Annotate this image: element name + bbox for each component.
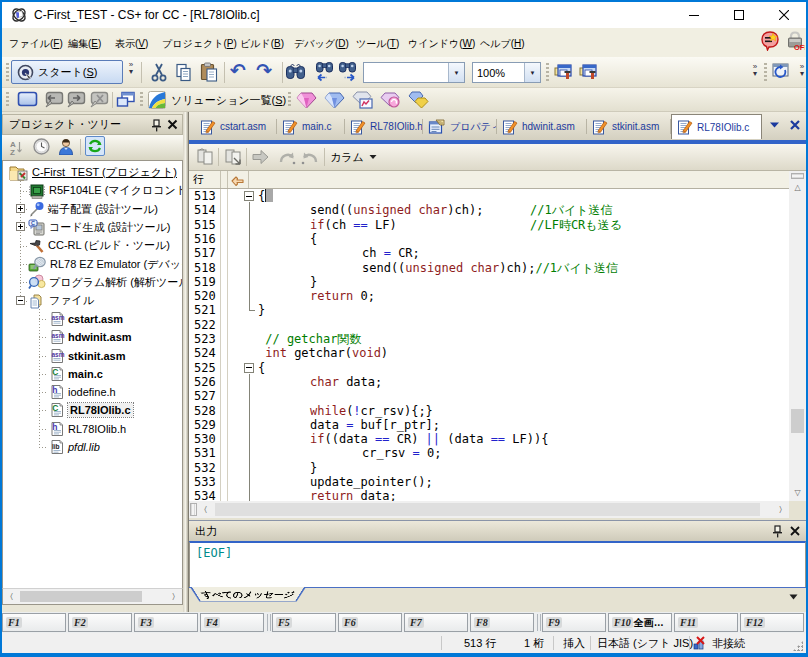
line-number[interactable]: 528	[194, 404, 216, 418]
panel-close-icon[interactable]	[790, 526, 800, 536]
forward-history-icon[interactable]	[278, 150, 298, 165]
fkey-f11[interactable]: F11	[674, 613, 738, 632]
scroll-right-icon[interactable]: 〉	[773, 502, 788, 517]
line-number[interactable]: 534	[194, 489, 216, 501]
balloon-back-icon[interactable]	[43, 91, 64, 108]
project-tree-header[interactable]: プロジェクト・ツリー	[2, 114, 183, 135]
zoom-combobox[interactable]: 100% ▼	[472, 62, 541, 83]
fkey-f7[interactable]: F7	[404, 613, 468, 632]
code-line-514[interactable]: send((unsigned char)ch);	[310, 203, 483, 217]
balloon-disable-icon[interactable]	[88, 91, 109, 108]
tree-item-iodefine.h[interactable]: hiodefine.h	[49, 383, 181, 401]
title-bar[interactable]: C-First_TEST - CS+ for CC - [RL78IOlib.c…	[2, 2, 806, 28]
doc-pair-icon[interactable]	[196, 148, 215, 166]
scroll-down-icon[interactable]: ▽	[789, 485, 806, 500]
security-off-icon[interactable]: OFF	[786, 31, 805, 51]
code-line-528[interactable]: while(!cr_rsv){;}	[310, 404, 433, 418]
line-number[interactable]: 518	[194, 261, 216, 275]
tree-item-[interactable]: ファイル	[28, 292, 181, 310]
tab-main.c[interactable]: main.c	[277, 114, 344, 139]
menu-item-8[interactable]: ウインドウ(W)	[408, 37, 475, 51]
toolbar-overflow-icon[interactable]: »▾	[796, 63, 808, 77]
output-content[interactable]: [EOF]	[189, 541, 806, 587]
fold-marker[interactable]	[244, 363, 254, 373]
resize-grip[interactable]	[793, 641, 803, 651]
toolbar-grip[interactable]	[288, 92, 291, 108]
find-icon[interactable]	[285, 63, 306, 80]
tree-item-stkinit.asm[interactable]: asmstkinit.asm	[49, 347, 181, 365]
line-number[interactable]: 521	[194, 303, 216, 317]
tree-item-cstart.asm[interactable]: asmcstart.asm	[49, 310, 181, 328]
menu-item-6[interactable]: デバッグ(D)	[294, 37, 349, 51]
copy-icon[interactable]	[174, 63, 194, 82]
plugin-gem-swirl-icon[interactable]	[380, 91, 401, 109]
tree-item-[interactable]: Cコード生成 (設計ツール)	[28, 218, 181, 236]
scrollbar-thumb[interactable]	[20, 591, 142, 602]
tab-stkinit.asm[interactable]: stkinit.asm	[587, 114, 670, 139]
tree-item-pfdl.lib[interactable]: libpfdl.lib	[49, 438, 181, 456]
tab--[interactable]: プロパティ	[423, 114, 496, 139]
tab-all-messages[interactable]: すべてのメッセージ	[190, 587, 306, 602]
pin-icon[interactable]	[151, 119, 162, 132]
line-number[interactable]: 532	[194, 461, 216, 475]
tree-item-hdwinit.asm[interactable]: asmhdwinit.asm	[49, 328, 181, 346]
scroll-up-icon[interactable]: △	[789, 180, 806, 195]
toolbar-grip[interactable]	[6, 92, 9, 108]
tree-expander-minus[interactable]	[16, 296, 25, 305]
line-number-header[interactable]: 行	[189, 171, 221, 188]
code-line-525[interactable]: {	[258, 361, 265, 375]
close-button[interactable]	[761, 2, 806, 28]
column-button[interactable]: カラム	[330, 147, 377, 167]
editor-hscrollbar[interactable]: 〈 〉	[189, 501, 789, 518]
refresh-button[interactable]	[85, 136, 105, 156]
code-editor[interactable]: 513{514send((unsigned char)ch);//1バイト送信5…	[189, 189, 789, 501]
scroll-left-icon[interactable]: 〈	[198, 502, 213, 517]
balloon-forward-icon[interactable]	[65, 91, 86, 108]
zoom-dropdown-icon[interactable]: ▼	[524, 63, 540, 82]
output-tab-dropdown-icon[interactable]	[789, 594, 798, 600]
code-line-534[interactable]: return data;	[310, 489, 397, 501]
fold-marker[interactable]	[244, 191, 254, 201]
tree-item-cc-rl[interactable]: CC-RL (ビルド・ツール)	[28, 237, 181, 255]
start-overflow-chevron-icon[interactable]: »▾	[125, 61, 137, 75]
menu-item-3[interactable]: 表示(V)	[115, 37, 148, 51]
plugin-gem-pink-icon[interactable]	[296, 91, 317, 109]
tree-item-r5f104le[interactable]: R5F104LE (マイクロコントローラ)	[28, 182, 181, 200]
line-number[interactable]: 513	[194, 189, 216, 203]
tree-expander-plus[interactable]	[16, 204, 25, 213]
menu-item-4[interactable]: プロジェクト(P)	[162, 37, 237, 51]
minimize-button[interactable]	[671, 2, 716, 28]
tree-item-[interactable]: プログラム解析 (解析ツール)	[28, 273, 181, 291]
tree-item-rl78iolib.c[interactable]: CRL78IOlib.c	[49, 401, 181, 419]
fkey-f5[interactable]: F5	[272, 613, 336, 632]
line-number[interactable]: 520	[194, 289, 216, 303]
fkey-f12[interactable]: F12	[740, 613, 804, 632]
search-dropdown-icon[interactable]: ▼	[448, 63, 464, 82]
line-number[interactable]: 522	[194, 318, 216, 332]
tree-item-rl78-ez-emulator[interactable]: RL78 EZ Emulator (デバッグ・ツール)	[28, 255, 181, 273]
menu-item-2[interactable]: 編集(E)	[68, 37, 101, 51]
fkey-f9[interactable]: F9	[542, 613, 606, 632]
line-number[interactable]: 524	[194, 346, 216, 360]
line-number[interactable]: 527	[194, 389, 216, 403]
plugin-gem-double-icon[interactable]	[408, 91, 429, 109]
line-number[interactable]: 526	[194, 375, 216, 389]
redo-icon[interactable]: ↷	[256, 59, 272, 81]
search-combobox[interactable]: ▼	[363, 62, 465, 83]
fkey-f2[interactable]: F2	[68, 613, 132, 632]
fkey-f4[interactable]: F4	[200, 613, 264, 632]
tree-item-c-first_test[interactable]: C-First_TEST (プロジェクト)	[9, 164, 181, 182]
splitter-handle[interactable]	[791, 173, 804, 179]
output-header[interactable]: 出力	[189, 520, 806, 541]
scroll-right-icon[interactable]: 〉	[166, 590, 181, 603]
code-line-529[interactable]: data = buf[r_ptr];	[310, 418, 440, 432]
line-number[interactable]: 529	[194, 418, 216, 432]
find-previous-icon[interactable]	[314, 61, 335, 82]
find-next-icon[interactable]	[337, 61, 358, 82]
bookmark-column-header[interactable]	[221, 171, 228, 188]
plugin-gem-blue-icon[interactable]	[324, 91, 345, 109]
jump-icon[interactable]	[251, 149, 270, 165]
scrollbar-thumb[interactable]	[791, 409, 804, 433]
user-icon[interactable]	[58, 138, 74, 155]
code-line-533[interactable]: update_pointer();	[310, 475, 433, 489]
